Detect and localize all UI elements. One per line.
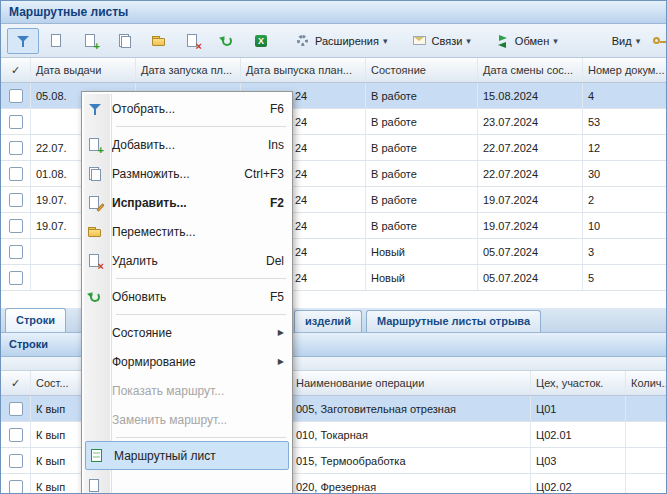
filter-button[interactable] bbox=[7, 28, 39, 54]
menu-item[interactable]: ОбновитьF5 bbox=[84, 282, 290, 311]
row-checkbox[interactable] bbox=[9, 89, 23, 103]
line-column-header[interactable]: Цех, участок. bbox=[531, 371, 626, 395]
menu-item-shortcut: Ctrl+F3 bbox=[234, 167, 284, 181]
line-cell: 005, Заготовительная отрезная bbox=[291, 396, 531, 421]
row-checkbox[interactable] bbox=[9, 193, 23, 207]
extensions-menu[interactable]: Расширения▾ bbox=[291, 28, 392, 54]
route-column-header[interactable]: Состояние bbox=[366, 58, 478, 82]
route-sheets-table-header: ✓Дата выдачиДата запуска пл...Дата выпус… bbox=[1, 58, 666, 83]
menu-item[interactable]: УдалитьDel bbox=[84, 246, 290, 275]
doc-copy-icon bbox=[117, 33, 133, 49]
menu-item[interactable] bbox=[84, 471, 290, 494]
line-checkbox-cell bbox=[1, 448, 31, 473]
route-cell: В работе bbox=[366, 187, 478, 212]
row-checkbox[interactable] bbox=[9, 219, 23, 233]
row-checkbox[interactable] bbox=[9, 245, 23, 259]
view-menu-label: Вид bbox=[612, 35, 632, 47]
doc-plus-icon bbox=[87, 137, 103, 153]
route-checkbox-cell bbox=[1, 213, 31, 238]
tab-1[interactable]: Строки bbox=[5, 308, 66, 332]
menu-item-icon-slot bbox=[87, 412, 103, 428]
doc-minus-icon bbox=[185, 33, 201, 49]
route-select-all-header[interactable]: ✓ bbox=[1, 58, 31, 82]
links-menu[interactable]: Связи▾ bbox=[408, 28, 475, 54]
menu-item-shortcut: F5 bbox=[260, 290, 284, 304]
row-checkbox[interactable] bbox=[9, 402, 23, 416]
menu-item[interactable]: Исправить...F2 bbox=[84, 188, 290, 217]
route-cell: В работе bbox=[366, 213, 478, 238]
menu-item-label: Удалить bbox=[112, 254, 247, 268]
menu-item-label: Исправить... bbox=[112, 196, 251, 210]
row-checkbox[interactable] bbox=[9, 454, 23, 468]
menu-item[interactable]: Размножить...Ctrl+F3 bbox=[84, 159, 290, 188]
menu-item-shortcut: Ins bbox=[258, 138, 284, 152]
funnel-icon bbox=[87, 101, 103, 117]
menu-item-label: Маршрутный лист bbox=[114, 449, 282, 463]
menu-item[interactable]: Отобрать...F6 bbox=[84, 94, 290, 123]
route-checkbox-cell bbox=[1, 187, 31, 212]
route-column-header[interactable]: Номер докум... bbox=[583, 58, 667, 82]
route-cell: 15.08.2024 bbox=[478, 83, 583, 108]
row-checkbox[interactable] bbox=[9, 271, 23, 285]
menu-item: Заменить маршрут... bbox=[84, 405, 290, 434]
line-cell bbox=[626, 396, 667, 421]
doc-new-icon bbox=[49, 33, 65, 49]
settings-button[interactable] bbox=[644, 28, 667, 54]
toolbar-dropdowns: Расширения▾Связи▾Обмен▾Вид▾ bbox=[291, 28, 644, 54]
route-column-header[interactable]: Дата смены сос... bbox=[478, 58, 583, 82]
menu-item-label: Заменить маршрут... bbox=[112, 413, 284, 427]
links-menu-label: Связи bbox=[432, 35, 463, 47]
tab-2[interactable]: изделий bbox=[294, 310, 362, 332]
add-document-button[interactable] bbox=[75, 28, 107, 54]
copy-document-button[interactable] bbox=[109, 28, 141, 54]
line-select-all-header[interactable]: ✓ bbox=[1, 371, 31, 395]
tab-3[interactable]: Маршрутные листы отрыва bbox=[366, 310, 541, 332]
caret-down-icon: ▾ bbox=[636, 36, 641, 46]
excel-export-button[interactable] bbox=[245, 28, 277, 54]
route-checkbox-cell bbox=[1, 239, 31, 264]
line-cell bbox=[626, 422, 667, 447]
route-cell: 22.07.2024 bbox=[478, 161, 583, 186]
route-column-header[interactable]: Дата запуска пл... bbox=[136, 58, 241, 82]
caret-down-icon: ▾ bbox=[466, 36, 471, 46]
menu-item-icon-slot bbox=[87, 354, 103, 370]
refresh-button[interactable] bbox=[211, 28, 243, 54]
caret-down-icon: ▾ bbox=[553, 36, 558, 46]
delete-document-button[interactable] bbox=[177, 28, 209, 54]
menu-item-shortcut: F6 bbox=[260, 102, 284, 116]
route-cell: В работе bbox=[366, 135, 478, 160]
menu-item[interactable]: Добавить...Ins bbox=[84, 130, 290, 159]
exchange-menu[interactable]: Обмен▾ bbox=[491, 28, 562, 54]
line-column-header[interactable]: Наименование операции bbox=[291, 371, 531, 395]
line-cell: 020, Фрезерная bbox=[291, 474, 531, 494]
route-checkbox-cell bbox=[1, 135, 31, 160]
menu-item[interactable]: Формирование▶ bbox=[84, 347, 290, 376]
line-column-header[interactable]: Колич... bbox=[626, 371, 667, 395]
menu-item[interactable]: Состояние▶ bbox=[84, 318, 290, 347]
caret-down-icon: ▾ bbox=[383, 36, 388, 46]
row-checkbox[interactable] bbox=[9, 480, 23, 494]
folder-icon bbox=[151, 33, 167, 49]
open-folder-button[interactable] bbox=[143, 28, 175, 54]
refresh-icon bbox=[87, 289, 103, 305]
menu-item[interactable]: Переместить... bbox=[84, 217, 290, 246]
new-document-button[interactable] bbox=[41, 28, 73, 54]
route-cell: 23.07.2024 bbox=[478, 109, 583, 134]
row-checkbox[interactable] bbox=[9, 428, 23, 442]
menu-item[interactable]: Маршрутный лист bbox=[85, 441, 289, 470]
route-column-header[interactable]: Дата выпуска план... bbox=[241, 58, 366, 82]
row-checkbox[interactable] bbox=[9, 167, 23, 181]
route-cell: В работе bbox=[366, 109, 478, 134]
submenu-arrow-icon: ▶ bbox=[278, 328, 284, 337]
view-menu[interactable]: Вид▾ bbox=[608, 28, 644, 54]
toolbar: Расширения▾Связи▾Обмен▾Вид▾ bbox=[1, 24, 666, 58]
row-checkbox[interactable] bbox=[9, 115, 23, 129]
window-title: Маршрутные листы bbox=[1, 1, 666, 24]
menu-separator bbox=[116, 278, 286, 279]
menu-item-shortcut: F2 bbox=[260, 196, 284, 210]
sheet-icon bbox=[89, 448, 105, 464]
doc-new-icon bbox=[87, 478, 103, 494]
row-checkbox[interactable] bbox=[9, 141, 23, 155]
route-column-header[interactable]: Дата выдачи bbox=[31, 58, 136, 82]
menu-item-label: Переместить... bbox=[112, 225, 284, 239]
